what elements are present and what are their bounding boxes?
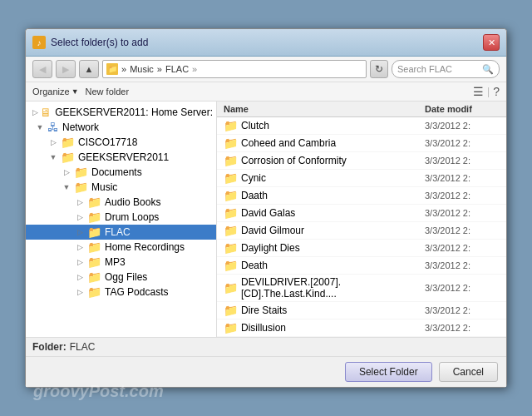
tree-item-label: TAG Podcasts: [105, 286, 168, 298]
list-item[interactable]: 📁Corrosion of Conformity3/3/2012 2:: [217, 152, 506, 170]
tree-item[interactable]: ▷📁Ogg Files: [26, 270, 216, 285]
address-bar[interactable]: 📁 » Music » FLAC »: [102, 60, 367, 78]
list-item-name: Daylight Dies: [241, 242, 421, 254]
view-button[interactable]: ☰: [473, 85, 484, 98]
header-name: Name: [224, 104, 425, 114]
expand-arrow: ▷: [74, 271, 86, 283]
folder-icon: 📁: [87, 196, 101, 209]
list-item-date: 3/3/2012 2:: [425, 283, 500, 293]
list-item[interactable]: 📁Clutch3/3/2012 2:: [217, 117, 506, 135]
tree-item[interactable]: ▷📁TAG Podcasts: [26, 285, 216, 300]
list-item[interactable]: 📁Daath3/3/2012 2:: [217, 187, 506, 205]
tree-item-label: GEEKSERVER2011: [78, 151, 169, 163]
list-panel: Name Date modif 📁Clutch3/3/2012 2:📁Cohee…: [217, 102, 506, 337]
tree-item-label: FLAC: [105, 226, 131, 238]
tree-item-label: Ogg Files: [105, 271, 147, 283]
tree-item[interactable]: ▼🖧Network: [26, 120, 216, 135]
list-item[interactable]: 📁DEVILDRIVER.[2007].[CD].The.Last.Kind..…: [217, 275, 506, 302]
list-item[interactable]: 📁Dire Staits3/3/2012 2:: [217, 302, 506, 319]
tree-item[interactable]: ▷📁MP3: [26, 255, 216, 270]
address-sep1: »: [121, 64, 126, 74]
folder-icon: 📁: [224, 119, 238, 132]
dialog-icon: ♪: [32, 36, 46, 49]
expand-arrow: ▷: [74, 226, 86, 238]
list-item-date: 3/3/2012 2:: [425, 243, 500, 253]
list-item-date: 3/3/2012 2:: [425, 225, 500, 235]
list-item-name: Death: [241, 260, 421, 271]
folder-icon: 📁: [224, 154, 238, 167]
folder-icon: 📁: [61, 151, 75, 164]
tree-item[interactable]: ▷📁Drum Loops: [26, 210, 216, 225]
folder-icon: 📁: [224, 259, 238, 272]
list-item-name: Clutch: [241, 120, 421, 131]
expand-arrow: ▷: [47, 136, 59, 148]
folder-icon: 📁: [224, 281, 238, 295]
expand-arrow: ▷: [74, 211, 86, 223]
main-content: ▷🖥GEEKSERVER2011: Home Server:▼🖧Network▷…: [26, 102, 506, 337]
search-icon: 🔍: [482, 64, 494, 75]
tree-item[interactable]: ▷📁Documents: [26, 165, 216, 180]
help-button[interactable]: ?: [493, 85, 500, 98]
tree-item[interactable]: ▼📁GEEKSERVER2011: [26, 150, 216, 165]
list-item[interactable]: 📁David Galas3/3/2012 2:: [217, 205, 506, 222]
tree-item[interactable]: ▷📁Home Recordings: [26, 240, 216, 255]
folder-icon: 📁: [224, 224, 238, 237]
folder-icon: 📁: [74, 166, 88, 179]
new-folder-button[interactable]: New folder: [86, 87, 130, 97]
folder-icon: 🖧: [47, 121, 59, 134]
select-folder-button[interactable]: Select Folder: [345, 362, 432, 382]
tree-item[interactable]: ▼📁Music: [26, 180, 216, 195]
folder-icon: 📁: [87, 210, 101, 224]
tree-item-label: GEEKSERVER2011: Home Server:: [55, 106, 213, 118]
search-placeholder: Search FLAC: [397, 64, 479, 74]
list-item[interactable]: 📁Death3/3/2012 2:: [217, 257, 506, 275]
list-item[interactable]: 📁Disillusion3/3/2012 2:: [217, 319, 506, 337]
expand-arrow: ▼: [47, 151, 59, 163]
up-button[interactable]: ▲: [79, 60, 99, 78]
folder-label: Folder: FLAC: [32, 341, 95, 353]
close-button[interactable]: ✕: [483, 34, 500, 51]
dialog-title: Select folder(s) to add: [51, 37, 148, 48]
back-button[interactable]: ◀: [32, 60, 52, 78]
titlebar: ♪ Select folder(s) to add ✕: [26, 29, 506, 57]
tree-item[interactable]: ▷🖥GEEKSERVER2011: Home Server:: [26, 105, 216, 120]
list-item-name: Coheed and Cambria: [241, 137, 421, 149]
list-item[interactable]: 📁David Gilmour3/3/2012 2:: [217, 222, 506, 240]
folder-icon: 🖥: [40, 106, 52, 119]
address-sep2: »: [157, 64, 162, 74]
bottom-bar: Folder: FLAC: [26, 337, 506, 356]
folder-icon: 📁: [61, 136, 75, 149]
organize-button[interactable]: Organize ▼: [32, 87, 79, 97]
tree-item-label: MP3: [105, 256, 126, 268]
search-bar[interactable]: Search FLAC 🔍: [392, 60, 500, 78]
tree-item-label: Music: [91, 181, 117, 193]
expand-arrow: ▷: [74, 241, 86, 253]
list-item-date: 3/3/2012 2:: [425, 173, 500, 183]
folder-key: Folder:: [32, 341, 66, 353]
list-item[interactable]: 📁Cynic3/3/2012 2:: [217, 170, 506, 187]
folder-icon: 📁: [224, 136, 238, 150]
organize-toolbar: Organize ▼ New folder ☰ | ?: [26, 82, 506, 102]
expand-arrow: ▷: [32, 106, 38, 118]
cancel-button[interactable]: Cancel: [439, 362, 498, 382]
list-item-date: 3/3/2012 2:: [425, 260, 500, 270]
expand-arrow: ▼: [61, 181, 72, 193]
chevron-down-icon: ▼: [71, 87, 79, 96]
tree-item-label: Network: [62, 121, 99, 133]
list-item-name: Cynic: [241, 172, 421, 184]
list-item[interactable]: 📁Daylight Dies3/3/2012 2:: [217, 240, 506, 257]
tree-item[interactable]: ▷📁CISCO17718: [26, 135, 216, 150]
toolbar2-left: Organize ▼ New folder: [32, 87, 129, 97]
tree-item[interactable]: ▷📁FLAC: [26, 225, 216, 240]
list-item-date: 3/3/2012 2:: [425, 191, 500, 201]
forward-button[interactable]: ▶: [56, 60, 76, 78]
address-text: » Music » FLAC »: [121, 64, 197, 74]
folder-icon: 📁: [224, 171, 238, 185]
tree-item[interactable]: ▷📁Audio Books: [26, 195, 216, 210]
list-item-date: 3/3/2012 2:: [425, 121, 500, 131]
list-item-name: DEVILDRIVER.[2007].[CD].The.Last.Kind...…: [241, 276, 421, 300]
expand-arrow: ▷: [61, 166, 72, 178]
refresh-button[interactable]: ↻: [370, 60, 388, 78]
list-item[interactable]: 📁Coheed and Cambria3/3/2012 2:: [217, 135, 506, 152]
list-item-date: 3/3/2012 2:: [425, 138, 500, 148]
